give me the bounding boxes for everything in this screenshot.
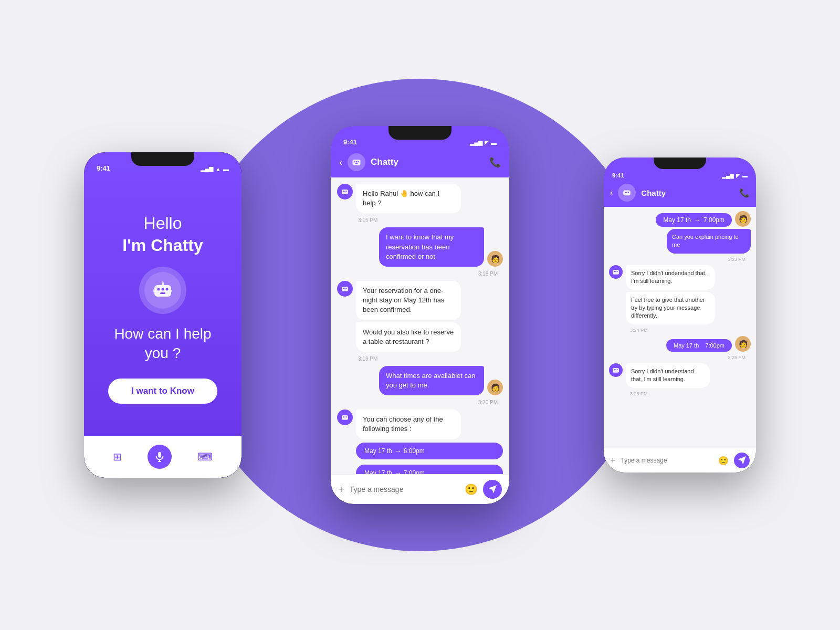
svg-point-12	[356, 161, 358, 163]
svg-point-16	[343, 191, 344, 192]
battery-icon-c: ▬	[491, 140, 497, 146]
svg-rect-23	[342, 415, 348, 420]
status-icons-left: ▂▄▆ ▲ ▬	[201, 165, 229, 172]
emoji-icon-center[interactable]: 🙂	[465, 483, 478, 496]
svg-point-30	[628, 192, 629, 193]
svg-point-11	[354, 161, 355, 163]
phone-center-notch	[388, 126, 452, 140]
chat-header-center: ‹ Chatty 📞	[331, 149, 509, 177]
svg-point-26	[346, 417, 347, 418]
phone-right-screen: 9:41 ▂▄▆ ◤ ▬ ‹	[604, 158, 756, 472]
send-button-center[interactable]	[483, 480, 502, 499]
svg-point-37	[615, 369, 616, 370]
send-icon-right	[737, 456, 747, 465]
right-msg-row-5: Sorry I didn't understand that, I'm stil…	[609, 363, 751, 388]
option-arrow-1: →	[394, 447, 402, 455]
mic-icon	[154, 451, 165, 463]
chat-avatar-center	[348, 153, 365, 171]
time-options-group: May 17 th → 6:00pm May 17 th → 7:00pm Ma…	[337, 443, 503, 474]
status-icons-center: ▂▄▆ ◤ ▬	[470, 139, 497, 146]
message-input-right[interactable]	[621, 457, 713, 464]
bubble-bot-5: You can choose any of the following time…	[356, 410, 461, 439]
keyboard-icon[interactable]: ⌨	[197, 450, 213, 463]
svg-rect-7	[158, 452, 161, 458]
phone-left: 9:41 ▂▄▆ ▲ ▬ Hello I'm Chatty	[84, 152, 242, 478]
chatty-avatar-icon-r	[622, 188, 632, 197]
svg-point-1	[158, 288, 160, 291]
message-row-1: Hello Rahul 🤚 how can I help ?	[337, 184, 503, 213]
chat-avatar-right	[618, 184, 636, 202]
phone-center-screen: 9:41 ▂▄▆ ◤ ▬ ‹	[331, 126, 509, 504]
know-button[interactable]: I want to Know	[108, 379, 217, 404]
option-time-2: 7:00pm	[404, 469, 425, 474]
svg-point-36	[614, 369, 615, 370]
add-icon-right[interactable]: +	[610, 455, 616, 466]
bot-msg-group-r3: Sorry I didn't understand that, I'm stil…	[626, 265, 715, 324]
option-arrow-2: →	[394, 469, 402, 474]
battery-icon-r: ▬	[742, 173, 748, 178]
option-btn-1[interactable]: May 17 th → 6:00pm	[356, 443, 503, 459]
chat-messages-center: Hello Rahul 🤚 how can I help ? 3:15 PM I…	[331, 177, 509, 474]
time-r4: 3:25 PM	[609, 355, 751, 360]
bot-icon-msg1	[341, 187, 349, 196]
bot-avatar-msg5	[337, 410, 353, 425]
bubble-bot-r3a: Sorry I didn't understand that, I'm stil…	[626, 265, 715, 290]
svg-point-33	[615, 271, 616, 272]
wifi-icon: ▲	[215, 166, 221, 172]
date-pill-1[interactable]: May 17 th → 7:00pm	[656, 213, 732, 227]
chat-input-bar-right: + 🙂	[604, 448, 756, 472]
svg-point-28	[625, 192, 626, 193]
howcan-text: How can I help you ?	[114, 324, 211, 363]
back-button-right[interactable]: ‹	[610, 188, 613, 197]
phone-center: 9:41 ▂▄▆ ◤ ▬ ‹	[331, 126, 509, 504]
message-row-5: You can choose any of the following time…	[337, 410, 503, 439]
add-icon-center[interactable]: +	[338, 484, 344, 496]
signal-icon-c: ▂▄▆	[470, 139, 482, 146]
svg-point-22	[346, 288, 347, 289]
message-row-3: Your reservation for a one-night stay on…	[337, 281, 503, 352]
bot-avatar-msg3	[337, 281, 353, 297]
date-label-2: May 17 th	[674, 342, 699, 349]
time-r2: 3:23 PM	[609, 257, 751, 262]
svg-rect-4	[160, 292, 165, 294]
signal-icon-r: ▂▄▆	[722, 173, 734, 178]
svg-rect-19	[342, 287, 348, 291]
user-avatar-r4: 🧑	[735, 336, 751, 352]
phone-left-notch	[131, 152, 194, 166]
svg-point-3	[166, 288, 169, 291]
date-time-2: 7:00pm	[705, 342, 724, 349]
phone-right: 9:41 ▂▄▆ ◤ ▬ ‹	[604, 158, 756, 472]
time-right: 9:41	[612, 172, 624, 178]
right-msg-row-3: Sorry I didn't understand that, I'm stil…	[609, 265, 751, 324]
bubble-user-1: I want to know that my reservation has b…	[379, 227, 484, 267]
chat-name-right: Chatty	[641, 188, 734, 197]
date-pill-2[interactable]: May 17 th 7:00pm	[666, 339, 732, 352]
wifi-icon-c: ◤	[485, 139, 489, 146]
time-1: 3:15 PM	[337, 217, 503, 223]
grid-icon[interactable]: ⊞	[113, 450, 122, 463]
svg-point-2	[162, 288, 164, 291]
message-row-4: What times are availablet can you get to…	[337, 366, 503, 395]
time-r5: 3:25 PM	[609, 391, 751, 396]
bot-msg-group-3: Your reservation for a one-night stay on…	[356, 281, 461, 352]
svg-point-18	[346, 191, 347, 192]
call-icon-right[interactable]: 📞	[739, 188, 750, 198]
call-icon-center[interactable]: 📞	[489, 156, 501, 168]
svg-point-25	[344, 417, 345, 418]
back-button-center[interactable]: ‹	[339, 157, 342, 168]
bubble-bot-2a: Your reservation for a one-night stay on…	[356, 281, 461, 320]
emoji-icon-right[interactable]: 🙂	[718, 456, 729, 466]
time-3: 3:19 PM	[337, 356, 503, 362]
date-time-1: 7:00pm	[704, 216, 724, 224]
send-button-right[interactable]	[734, 453, 750, 468]
option-btn-2[interactable]: May 17 th → 7:00pm	[356, 465, 503, 474]
svg-point-17	[344, 191, 345, 192]
chat-input-bar-center: + 🙂	[331, 474, 509, 504]
mic-button[interactable]	[148, 445, 172, 469]
svg-point-24	[343, 417, 344, 418]
greeting: Hello I'm Chatty	[122, 213, 203, 256]
message-input-center[interactable]	[350, 485, 459, 494]
bot-avatar-r5	[609, 363, 623, 377]
svg-point-6	[162, 281, 164, 284]
right-msg-row-4: May 17 th 7:00pm 🧑	[609, 336, 751, 352]
